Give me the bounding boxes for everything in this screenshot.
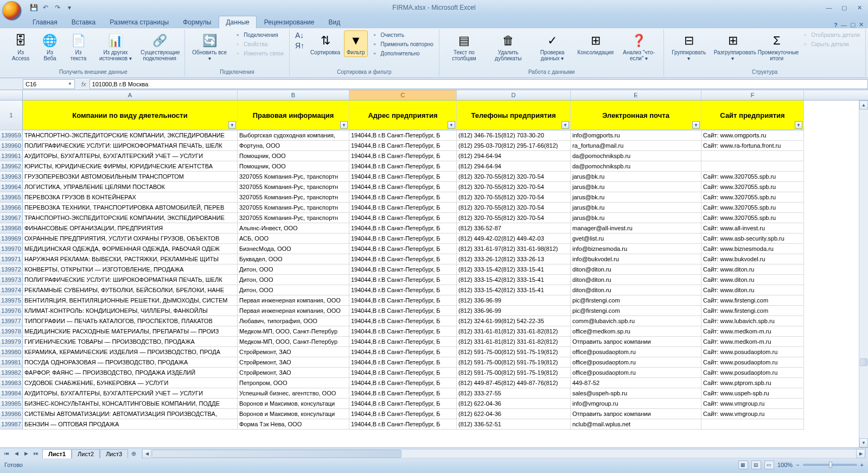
table-cell[interactable]: 194044,В г.В Санкт-Петербург, Б: [349, 306, 457, 316]
table-cell[interactable]: Дитон, ООО: [238, 264, 349, 275]
table-cell[interactable]: 3207055 Компания-Рус, транспортн: [238, 172, 349, 182]
ribbon-small-button[interactable]: ▫Скрыть детали: [799, 40, 862, 48]
filter-dropdown-icon[interactable]: ▼: [448, 121, 455, 129]
table-cell[interactable]: ГРУЗОПЕРЕВОЗКИ АВТОМОБИЛЬНЫМ ТРАНСПОРТОМ: [23, 172, 238, 182]
table-cell[interactable]: БизнесМода, ООО: [238, 244, 349, 254]
table-cell[interactable]: (812) 591-75-00(812) 591-75-19(812): [457, 357, 571, 368]
table-cell[interactable]: ПЕРЕВОЗКА ГРУЗОВ В КОНТЕЙНЕРАХ: [23, 192, 238, 203]
ribbon-button[interactable]: 🗑Удалить дубликаты: [487, 30, 529, 63]
ribbon-button[interactable]: ❓Анализ "что-если" ▾: [617, 30, 660, 63]
column-header[interactable]: F: [701, 90, 804, 100]
column-header[interactable]: D: [457, 90, 571, 100]
zoom-in-button[interactable]: +: [860, 462, 864, 468]
table-cell[interactable]: (812) 333-15-42(812) 333-15-41: [457, 264, 571, 275]
qat-redo-icon[interactable]: ↷: [53, 3, 62, 12]
row-header[interactable]: 139986: [0, 409, 23, 419]
column-header[interactable]: E: [571, 90, 701, 100]
ribbon-tab-3[interactable]: Формулы: [176, 16, 218, 28]
table-cell[interactable]: Сайт: www.uspeh-spb.ru: [701, 388, 804, 399]
row-header[interactable]: 139981: [0, 357, 23, 368]
table-cell[interactable]: ТРАНСПОРТНО-ЭКСПЕДИТОРСКИЕ КОМПАНИИ, ЭКС…: [23, 213, 238, 223]
table-cell[interactable]: [701, 161, 804, 172]
ribbon-button[interactable]: 📄Из текста: [64, 30, 93, 63]
table-cell[interactable]: 194044,В г.В Санкт-Петербург, Б: [349, 130, 457, 141]
row-header[interactable]: 139967: [0, 213, 23, 223]
fx-icon[interactable]: fx: [78, 81, 90, 87]
table-cell[interactable]: 194044,В г.В Санкт-Петербург, Б: [349, 172, 457, 182]
table-cell[interactable]: ФАРФОР, ФАЯНС — ПРОИЗВОДСТВО, ПРОДАЖА ИЗ…: [23, 368, 238, 378]
table-cell[interactable]: 194044,В г.В Санкт-Петербург, Б: [349, 234, 457, 244]
table-cell[interactable]: КОНВЕРТЫ, ОТКРЫТКИ — ИЗГОТОВЛЕНИЕ, ПРОДА…: [23, 264, 238, 275]
row-header[interactable]: 139970: [0, 244, 23, 254]
table-cell[interactable]: 194044,В г.В Санкт-Петербург, Б: [349, 223, 457, 234]
table-cell[interactable]: (812) 331-61-81(812) 331-61-82(812): [457, 326, 571, 337]
table-cell[interactable]: Альянс-Инвест, ООО: [238, 223, 349, 234]
filter-dropdown-icon[interactable]: ▼: [795, 121, 802, 129]
table-cell[interactable]: 194044,В г.В Санкт-Петербург, Б: [349, 357, 457, 368]
table-cell[interactable]: (812) 336-52-87: [457, 223, 571, 234]
zoom-thumb[interactable]: [829, 462, 832, 468]
table-cell[interactable]: 194044,В г.В Санкт-Петербург, Б: [349, 347, 457, 357]
table-cell[interactable]: Сайт: www.3207055.spb.ru: [701, 182, 804, 192]
row-header[interactable]: 139965: [0, 192, 23, 203]
table-cell[interactable]: 194044,В г.В Санкт-Петербург, Б: [349, 326, 457, 337]
table-cell[interactable]: Сайт: www.posudaoptom.ru: [701, 357, 804, 368]
sort-desc-button[interactable]: Я↑: [293, 41, 307, 51]
table-cell[interactable]: Сайт: www.posudaoptom.ru: [701, 347, 804, 357]
table-cell[interactable]: (812) 591-75-00(812) 591-75-19(812): [457, 347, 571, 357]
table-cell[interactable]: Медком-МП, ООО, Санкт-Петербур: [238, 337, 349, 347]
table-cell[interactable]: (812) 320-70-55(812) 320-70-54: [457, 203, 571, 213]
table-cell[interactable]: (812) 294-64-94: [457, 151, 571, 161]
table-cell[interactable]: 3207055 Компания-Рус, транспортн: [238, 182, 349, 192]
ribbon-button[interactable]: ⊞Консолидация: [575, 30, 616, 57]
table-cell[interactable]: Сайт: www.ra-fortuna.front.ru: [701, 141, 804, 151]
table-cell[interactable]: 194044,В г.В Санкт-Петербург, Б: [349, 316, 457, 326]
table-cell[interactable]: (812) 333-15-42(812) 333-15-41: [457, 275, 571, 285]
table-cell[interactable]: Стройремонт, ЗАО: [238, 347, 349, 357]
horizontal-scrollbar[interactable]: ◀ ▶: [142, 449, 866, 458]
sheet-tab[interactable]: Лист3: [100, 449, 128, 458]
ribbon-button[interactable]: 🔄Обновить все ▾: [188, 30, 231, 63]
zoom-slider[interactable]: [803, 464, 857, 466]
table-cell[interactable]: Петропром, ООО: [238, 378, 349, 388]
row-header[interactable]: 1: [0, 100, 23, 130]
hscroll-thumb[interactable]: [152, 450, 401, 458]
table-cell[interactable]: Сайт: www.medkom-m.ru: [701, 337, 804, 347]
table-cell[interactable]: Сайт: www.vmgroup.ru: [701, 399, 804, 409]
table-cell[interactable]: 194044,В г.В Санкт-Петербург, Б: [349, 203, 457, 213]
ribbon-small-button[interactable]: ▫Изменить связи: [232, 49, 286, 58]
table-cell[interactable]: pic@firstengi.com: [571, 306, 701, 316]
table-cell[interactable]: (812) 295-03-70(812) 295-17-66(812): [457, 141, 571, 151]
table-cell[interactable]: 194044,В г.В Санкт-Петербург, Б: [349, 141, 457, 151]
table-cell[interactable]: Медком-МП, ООО, Санкт-Петербур: [238, 326, 349, 337]
table-cell[interactable]: 194044,В г.В Санкт-Петербург, Б: [349, 182, 457, 192]
row-header[interactable]: 139971: [0, 254, 23, 264]
table-cell[interactable]: (812) 331-61-81(812) 331-61-82(812): [457, 337, 571, 347]
table-cell[interactable]: Дитон, ООО: [238, 285, 349, 295]
view-normal-button[interactable]: ▦: [738, 461, 748, 469]
table-cell[interactable]: Выборгская судоходная компания,: [238, 130, 349, 141]
table-cell[interactable]: nclub@mail.wplus.net: [571, 419, 701, 430]
table-cell[interactable]: (812) 336-96-99: [457, 306, 571, 316]
table-cell[interactable]: Сайт: www.posudaoptom.ru: [701, 368, 804, 378]
name-box[interactable]: C16▼: [23, 79, 75, 89]
select-all-corner[interactable]: [0, 90, 23, 100]
ribbon-button[interactable]: 🔗Существующие подключения: [138, 30, 181, 63]
ribbon-button[interactable]: ⇅Сортировка: [308, 30, 343, 57]
vertical-scrollbar[interactable]: ▲ ▼: [859, 100, 868, 447]
row-header[interactable]: 139968: [0, 223, 23, 234]
table-cell[interactable]: Успешный бизнес, агентство, ООО: [238, 388, 349, 399]
table-cell[interactable]: Сайт: www.firstengi.com: [701, 295, 804, 306]
table-cell[interactable]: АУДИТОРЫ, БУХГАЛТЕРЫ, БУХГАЛТЕРСКИЙ УЧЕТ…: [23, 151, 238, 161]
ribbon-small-button[interactable]: ▫Отобразить детали: [799, 30, 862, 39]
ribbon-tab-4[interactable]: Данные: [219, 16, 256, 28]
table-cell[interactable]: (812) 320-70-55(812) 320-70-54: [457, 213, 571, 223]
table-cell[interactable]: 3207055 Компания-Рус, транспортн: [238, 213, 349, 223]
formula-input[interactable]: [90, 79, 868, 89]
column-header[interactable]: B: [238, 90, 349, 100]
table-cell[interactable]: ТИПОГРАФИИ — ПЕЧАТЬ КАТАЛОГОВ, ПРОСПЕКТО…: [23, 316, 238, 326]
table-cell[interactable]: (812) 622-04-36: [457, 409, 571, 419]
sheet-nav-last[interactable]: ⏭: [31, 449, 40, 458]
table-cell[interactable]: (812) 333-27-55: [457, 388, 571, 399]
table-cell[interactable]: (812) 294-64-94: [457, 161, 571, 172]
